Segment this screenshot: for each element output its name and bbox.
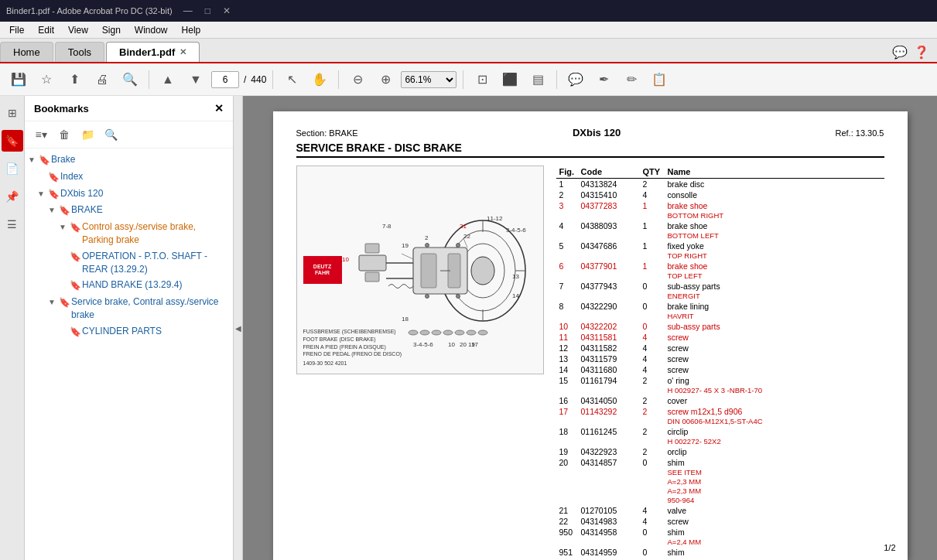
svg-text:3-4-5-6: 3-4-5-6 [506,227,526,234]
chat-icon[interactable]: 💬 [892,45,908,60]
toolbar: 💾 ☆ ⬆ 🖨 🔍 ▲ ▼ / 440 ↖ ✋ ⊖ ⊕ 66.1% 50% 75… [0,63,937,96]
pdf-page: Section: BRAKE DXbis 120 Ref.: 13.30.5 S… [273,111,908,560]
maximize-btn[interactable]: □ [200,5,215,16]
svg-point-11 [420,330,429,335]
part-name: sub-assy parts [665,321,884,332]
part-code: 04314050 [578,395,640,406]
part-qty: 1 [640,261,665,281]
part-fig: 4 [556,220,578,241]
bookmark-options-button[interactable]: ≡▾ [31,125,51,145]
part-name: valve [665,505,884,516]
bookmark-item[interactable]: 🔖CYLINDER PARTS [25,323,233,340]
menu-bar: File Edit View Sign Window Help [0,22,937,39]
comment-button[interactable]: 💬 [563,67,588,92]
bookmark-item[interactable]: 🔖OPERATION - P.T.O. SHAFT - REAR (13.29.… [25,248,233,278]
save-button[interactable]: 💾 [6,67,31,92]
table-row: 20043148570shimSEE ITEMA=2,3 MMA=2,3 MM9… [556,457,884,505]
fit-width-button[interactable]: ⬛ [498,67,522,92]
delete-bookmark-button[interactable]: 🗑 [54,125,74,145]
menu-sign[interactable]: Sign [96,23,127,37]
table-row: 12043115824screw [556,343,884,353]
menu-help[interactable]: Help [176,23,207,37]
help-icon[interactable]: ❓ [914,45,929,60]
tab-home-label: Home [13,46,40,58]
menu-window[interactable]: Window [128,23,174,37]
bookmark-item[interactable]: ▼🔖BRAKE [25,202,233,219]
table-row: 18011612452circlipH 002272- 52X2 [556,426,884,446]
menu-edit[interactable]: Edit [32,23,60,37]
part-name: shimA=2,4 MM [665,527,884,547]
part-fig: 13 [556,353,578,364]
pdf-parts-table-area: Fig. Code QTY Name 1043138242brake disc2… [556,166,884,560]
table-row: 951043149590shimA=2,5 MM [556,547,884,560]
table-row: 1043138242brake disc [556,179,884,190]
select-tool-button[interactable]: ↖ [279,67,304,92]
page-input[interactable] [211,71,239,88]
fit-page-button[interactable]: ⊡ [470,67,494,92]
bookmark-toggle-icon: ▼ [28,155,39,166]
tab-close-icon[interactable]: ✕ [180,47,186,57]
tab-home[interactable]: Home [0,42,53,62]
bookmark-label: Service brake, Contral assy./service bra… [71,295,230,322]
part-fig: 7 [556,281,578,301]
bookmark-button[interactable]: ☆ [34,67,59,92]
prev-page-button[interactable]: ▲ [156,67,180,92]
part-code: 04315410 [578,190,640,200]
part-name: consolle [665,190,884,200]
close-btn[interactable]: ✕ [218,5,235,16]
part-name: brake shoeBOTTOM RIGHT [665,200,884,220]
next-page-button[interactable]: ▼ [183,67,208,92]
zoom-out-button[interactable]: ⊖ [345,67,370,92]
pdf-area[interactable]: Section: BRAKE DXbis 120 Ref.: 13.30.5 S… [243,96,937,560]
layers-panel-button[interactable]: ☰ [2,213,23,235]
diagram-container: DEUTZFAHR [296,166,544,374]
hand-tool-button[interactable]: ✋ [307,67,332,92]
part-qty: 2 [640,179,665,190]
part-fig: 15 [556,375,578,395]
menu-file[interactable]: File [3,23,30,37]
table-row: 3043772831brake shoeBOTTOM RIGHT [556,200,884,220]
sidebar-header: Bookmarks ✕ [25,96,233,121]
bookmark-item[interactable]: ▼🔖DXbis 120 [25,186,233,203]
diagram-description: FUSSBREMSE (SCHEIBENBREMSE) FOOT BRAKE (… [303,328,402,358]
table-row: 11043115814screw [556,332,884,343]
search-button[interactable]: 🔍 [118,67,142,92]
find-bookmark-button[interactable]: 🔍 [101,125,121,145]
bookmark-item[interactable]: ▼🔖Control assy./servise brake, Parking b… [25,219,233,248]
part-name: o' ringH 002927- 45 X 3 -NBR-1-70 [665,375,884,395]
new-folder-button[interactable]: 📁 [77,125,97,145]
bookmark-item[interactable]: 🔖HAND BRAKE (13.29.4) [25,277,233,294]
part-qty: 4 [640,353,665,364]
part-qty: 0 [640,457,665,505]
bookmark-item[interactable]: ▼🔖Brake [25,152,233,169]
bookmark-icon: 🔖 [70,326,82,339]
two-page-button[interactable]: ▤ [525,67,550,92]
menu-view[interactable]: View [62,23,94,37]
bookmark-toggle-icon: ▼ [59,222,70,233]
tool-panel-button[interactable]: ⊞ [2,102,23,124]
bookmarks-panel-button[interactable]: 🔖 [2,130,23,152]
zoom-in-button[interactable]: ⊕ [373,67,398,92]
pages-panel-button[interactable]: 📄 [2,158,23,179]
tab-tools[interactable]: Tools [55,42,104,62]
minimize-btn[interactable]: — [179,5,197,16]
highlight-button[interactable]: ✒ [591,67,616,92]
part-fig: 11 [556,332,578,343]
sep3 [338,70,339,89]
bookmark-icon: 🔖 [70,221,82,234]
part-qty: 0 [640,321,665,332]
stamp-button[interactable]: 📋 [647,67,672,92]
sidebar-close-icon[interactable]: ✕ [214,102,224,114]
part-fig: 1 [556,179,578,190]
part-fig: 8 [556,301,578,321]
annotations-panel-button[interactable]: 📌 [2,186,23,207]
bookmark-item[interactable]: ▼🔖Service brake, Contral assy./service b… [25,294,233,323]
part-code: 04313824 [578,179,640,190]
draw-button[interactable]: ✏ [619,67,644,92]
tab-binder[interactable]: Binder1.pdf ✕ [106,42,200,62]
bookmark-item[interactable]: 🔖Index [25,169,233,186]
upload-button[interactable]: ⬆ [62,67,87,92]
sidebar-resize-handle[interactable]: ◀ [234,96,243,560]
zoom-select[interactable]: 66.1% 50% 75% 100% 125% 150% [401,71,457,88]
print-button[interactable]: 🖨 [90,67,115,92]
